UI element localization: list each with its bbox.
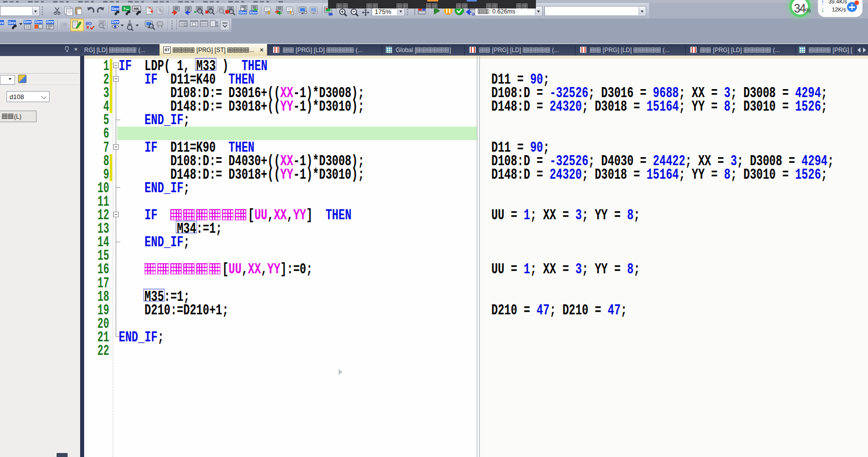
svg-text:HK: HK — [134, 7, 139, 11]
svg-text:I/O: I/O — [86, 21, 92, 26]
